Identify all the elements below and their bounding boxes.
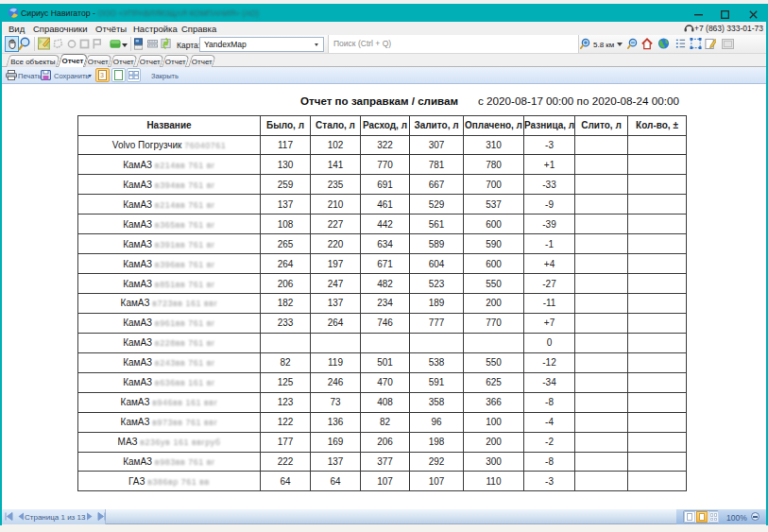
- svg-text:3: 3: [100, 72, 104, 78]
